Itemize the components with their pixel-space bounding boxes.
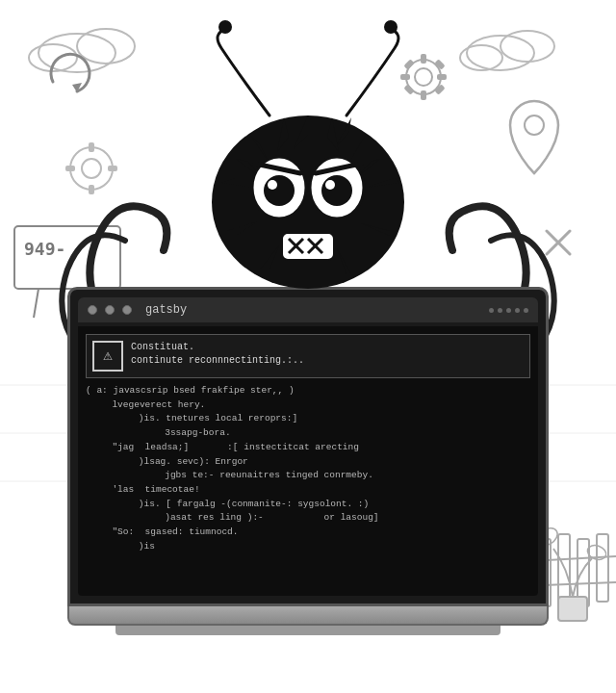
svg-point-68: [264, 175, 295, 206]
terminal-line-6: jgbs te:- reeunaitres tinged conrmeby.: [86, 469, 530, 483]
window-dot: [524, 308, 528, 313]
terminal-line-5: )lsag. sevc): Enrgor: [86, 455, 530, 470]
warning-line1: Constituat.: [131, 341, 304, 354]
svg-point-1: [77, 29, 135, 64]
svg-point-22: [500, 31, 554, 62]
svg-rect-6: [421, 54, 426, 64]
svg-rect-13: [434, 84, 445, 94]
laptop-stand: [116, 626, 500, 635]
terminal-content: ⚠ Constituat. continute reconnnectinting…: [78, 326, 538, 596]
window-dot: [489, 308, 494, 313]
window-controls: [489, 308, 528, 313]
warning-line2: continute reconnnectinting.:..: [131, 354, 304, 368]
traffic-light-red: [88, 305, 97, 315]
svg-rect-16: [89, 142, 94, 152]
svg-rect-18: [65, 166, 75, 171]
svg-text:949-: 949-: [24, 239, 65, 259]
window-dot: [506, 308, 511, 313]
laptop-screen: gatsby ⚠ Constituat. continute reconnnec…: [67, 287, 549, 606]
svg-point-42: [384, 20, 398, 34]
svg-rect-38: [558, 597, 587, 621]
svg-point-0: [38, 34, 116, 72]
window-title: gatsby: [145, 303, 187, 317]
svg-line-25: [34, 289, 38, 318]
traffic-light-yellow: [105, 305, 115, 315]
warning-banner: ⚠ Constituat. continute reconnnectinting…: [86, 334, 530, 378]
terminal-line-3: 3ssapg-bora.: [86, 426, 530, 441]
svg-point-49: [212, 116, 404, 289]
svg-point-14: [70, 147, 113, 190]
svg-point-71: [325, 180, 335, 190]
svg-rect-74: [282, 233, 334, 260]
terminal-line-4: "jag leadsa;] :[ instectitcat arecting: [86, 441, 530, 455]
terminal-line-10: "So: sgased: tiumnocd.: [86, 526, 530, 540]
terminal-titlebar: gatsby: [78, 297, 538, 322]
terminal-line-7: 'las timecotae!: [86, 483, 530, 498]
terminal-line-9: )asat res ling ):- or lasoug]: [86, 511, 530, 526]
warning-icon: ⚠: [92, 341, 123, 372]
laptop: gatsby ⚠ Constituat. continute reconnnec…: [67, 287, 549, 635]
terminal-line-1: lvegeverect hery.: [86, 398, 530, 413]
main-scene: 949-: [0, 0, 616, 693]
bug-creature: [192, 77, 424, 298]
traffic-light-green: [122, 305, 132, 315]
terminal-line-11: )is: [86, 540, 530, 554]
svg-rect-35: [597, 534, 608, 602]
terminal-line-2: )is. tnetures local reroprs:]: [86, 412, 530, 426]
terminal-line-8: )is. [ fargalg -(conmanite-: sygsolont. …: [86, 498, 530, 512]
terminal-line-0: ( a: javascsrip bsed frakfipe ster,, ): [86, 384, 530, 398]
svg-rect-17: [89, 185, 94, 194]
svg-point-41: [218, 20, 232, 34]
svg-rect-11: [434, 59, 445, 69]
svg-point-70: [268, 180, 277, 190]
svg-point-69: [321, 175, 352, 206]
laptop-base: [67, 606, 549, 626]
window-dot: [498, 308, 502, 313]
svg-rect-19: [108, 166, 117, 171]
svg-point-15: [82, 159, 101, 178]
window-dot: [515, 308, 520, 313]
svg-rect-9: [437, 74, 447, 80]
warning-text: Constituat. continute reconnnectinting.:…: [131, 341, 304, 368]
svg-rect-10: [403, 59, 414, 69]
svg-point-20: [525, 116, 544, 135]
